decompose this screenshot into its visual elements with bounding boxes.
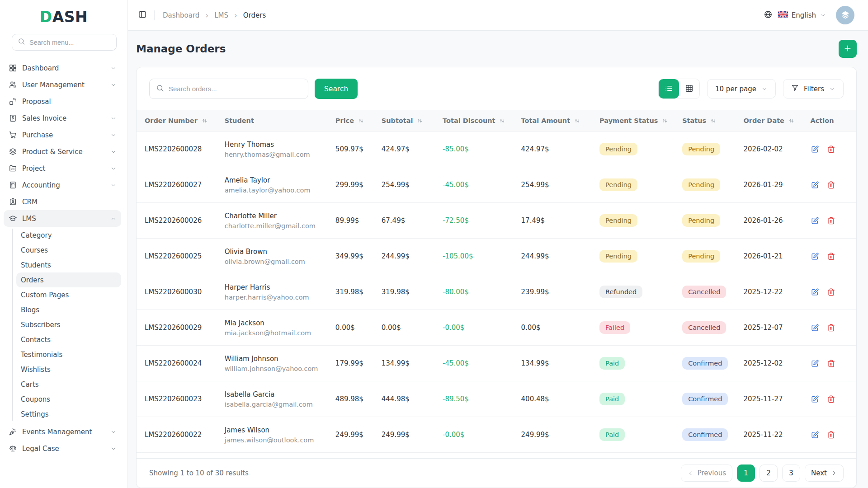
sidebar-item-product-service[interactable]: Product & Service (4, 143, 121, 160)
users-icon (9, 80, 17, 89)
previous-page-button[interactable]: Previous (681, 465, 732, 482)
delete-order-button[interactable] (827, 216, 835, 225)
delete-order-button[interactable] (827, 359, 835, 368)
language-selector[interactable]: English (778, 11, 826, 19)
edit-order-button[interactable] (811, 181, 819, 189)
edit-order-button[interactable] (811, 359, 819, 368)
order-date-cell: 2026-01-21 (735, 239, 802, 274)
delete-order-button[interactable] (827, 288, 835, 296)
globe-button[interactable] (764, 10, 773, 20)
sidebar-item-label: Legal Case (22, 445, 59, 453)
brand-logo[interactable]: DASH (0, 8, 127, 26)
page-button-1[interactable]: 1 (737, 465, 755, 482)
sidebar-subitem-coupons[interactable]: Coupons (16, 392, 121, 407)
sidebar-subitem-contacts[interactable]: Contacts (16, 332, 121, 347)
sidebar-item-user-management[interactable]: User Management (4, 76, 121, 93)
table-row: LMS2202600029Mia Jacksonmia.jackson@hotm… (137, 310, 856, 346)
action-cell (802, 417, 856, 453)
sidebar-item-lms[interactable]: LMS (4, 210, 121, 227)
payment-status-badge: Pending (599, 178, 637, 191)
layers-icon (9, 147, 17, 156)
price-cell: 319.98$ (327, 274, 373, 310)
sidebar-item-legal-case[interactable]: Legal Case (4, 440, 121, 457)
avatar[interactable] (836, 6, 854, 24)
sidebar-subitem-wishlists[interactable]: Wishlists (16, 362, 121, 377)
order-date-cell: 2025-12-02 (735, 346, 802, 381)
filters-button[interactable]: Filters (783, 79, 844, 99)
search-icon (18, 38, 25, 45)
id-card-icon (9, 197, 17, 206)
sidebar-subitem-category[interactable]: Category (16, 228, 121, 243)
column-header-status[interactable]: Status (674, 110, 735, 131)
delete-order-button[interactable] (827, 395, 835, 404)
breadcrumb-dashboard[interactable]: Dashboard (163, 11, 199, 19)
edit-order-button[interactable] (811, 431, 819, 439)
sidebar-item-sales-invoice[interactable]: Sales Invoice (4, 110, 121, 127)
column-header-order-number[interactable]: Order Number (137, 110, 217, 131)
payment-status-cell: Paid (591, 417, 674, 453)
sidebar-item-label: User Management (22, 81, 85, 89)
sidebar-search-input[interactable] (29, 39, 111, 46)
column-header-subtotal[interactable]: Subtotal (373, 110, 434, 131)
sidebar-toggle-button[interactable] (138, 10, 147, 20)
sidebar-subitem-settings[interactable]: Settings (16, 407, 121, 422)
avatar-stack-icon (840, 9, 851, 21)
page-button-3[interactable]: 3 (782, 465, 800, 482)
add-order-button[interactable] (839, 40, 857, 58)
edit-order-button[interactable] (811, 288, 819, 296)
sidebar-item-project[interactable]: Project (4, 160, 121, 177)
topbar: Dashboard › LMS › Orders English (128, 0, 868, 31)
sidebar-subitem-blogs[interactable]: Blogs (16, 302, 121, 317)
order-date-cell: 2026-02-02 (735, 131, 802, 167)
total-amount-cell: 134.99$ (513, 346, 592, 381)
column-header-payment-status[interactable]: Payment Status (591, 110, 674, 131)
column-header-total-amount[interactable]: Total Amount (513, 110, 592, 131)
edit-order-button[interactable] (811, 145, 819, 154)
sidebar-subitem-students[interactable]: Students (16, 258, 121, 272)
student-email: henry.thomas@gmail.com (225, 151, 324, 158)
delete-order-button[interactable] (827, 431, 835, 439)
subtotal-cell: 249.99$ (373, 417, 434, 453)
sidebar-item-label: CRM (22, 198, 38, 206)
student-cell: William Johnsonwilliam.johnson@yahoo.com (217, 346, 327, 381)
sidebar-item-events-management[interactable]: Events Management (4, 423, 121, 440)
chevron-down-icon (761, 86, 768, 92)
delete-order-button[interactable] (827, 324, 835, 332)
sidebar-subitem-courses[interactable]: Courses (16, 243, 121, 258)
sidebar-subitem-testimonials[interactable]: Testimonials (16, 347, 121, 362)
delete-order-button[interactable] (827, 252, 835, 261)
column-header-order-date[interactable]: Order Date (735, 110, 802, 131)
sidebar-subitem-subscribers[interactable]: Subscribers (16, 317, 121, 332)
delete-order-button[interactable] (827, 181, 835, 189)
stack-avatar-icon (840, 9, 851, 20)
sidebar-item-proposal[interactable]: Proposal (4, 93, 121, 110)
edit-order-button[interactable] (811, 252, 819, 261)
delete-order-button[interactable] (827, 145, 835, 154)
sidebar-subitem-carts[interactable]: Carts (16, 377, 121, 392)
trash-icon (827, 395, 835, 404)
chevron-down-icon (110, 165, 117, 172)
page-button-2[interactable]: 2 (760, 465, 778, 482)
next-page-button[interactable]: Next (805, 465, 844, 482)
student-email: james.wilson@outlook.com (225, 436, 324, 444)
sidebar-item-accounting[interactable]: Accounting (4, 177, 121, 193)
edit-order-button[interactable] (811, 324, 819, 332)
sidebar-subitem-custom-pages[interactable]: Custom Pages (16, 287, 121, 302)
sidebar-item-crm[interactable]: CRM (4, 193, 121, 210)
price-cell: 0.00$ (327, 310, 373, 346)
sidebar-item-dashboard[interactable]: Dashboard (4, 60, 121, 76)
column-header-price[interactable]: Price (327, 110, 373, 131)
list-view-button[interactable] (659, 79, 679, 99)
breadcrumb-lms[interactable]: LMS (214, 11, 228, 19)
edit-order-button[interactable] (811, 395, 819, 404)
search-button[interactable]: Search (315, 79, 358, 99)
subtotal-cell: 254.99$ (373, 167, 434, 203)
grid-view-button[interactable] (679, 79, 699, 99)
edit-order-button[interactable] (811, 216, 819, 225)
orders-search-input[interactable] (169, 85, 302, 93)
column-header-total-discount[interactable]: Total Discount (434, 110, 513, 131)
per-page-select[interactable]: 10 per page (707, 79, 776, 99)
status-badge: Pending (682, 250, 720, 263)
sidebar-subitem-orders[interactable]: Orders (16, 272, 121, 287)
sidebar-item-purchase[interactable]: Purchase (4, 127, 121, 143)
